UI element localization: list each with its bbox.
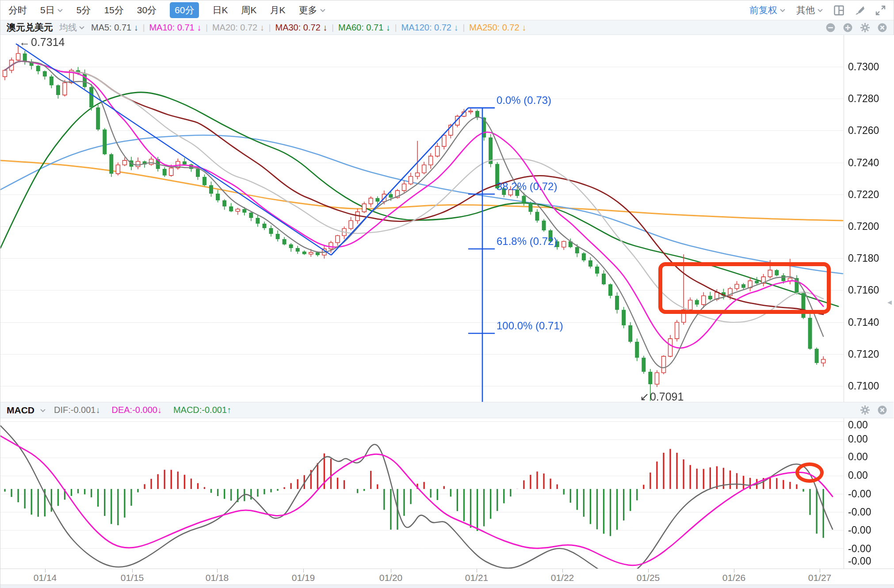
low-price-value: 0.7091: [650, 390, 684, 403]
zoom-out-icon[interactable]: [825, 23, 836, 33]
ma-legend-ma20: MA20: 0.72 ↓: [212, 23, 264, 33]
price-axis-label: 0.7100: [848, 380, 879, 392]
annotation-circle: [795, 462, 824, 483]
annotation-low-price: ↙0.7091: [640, 390, 684, 403]
date-label: 01/20: [371, 573, 411, 583]
price-axis-label: 0.7180: [848, 252, 879, 264]
date-tick: [391, 569, 391, 573]
brush-icon[interactable]: [855, 5, 865, 15]
ma-legend-ma10: MA10: 0.71 ↓: [149, 23, 201, 33]
macd-axis-label: -0.00: [848, 488, 871, 500]
price-axis-label: 0.7140: [848, 317, 879, 328]
macd-legend-macd: MACD:-0.001↑: [173, 405, 231, 415]
ma-group-label: 均线: [59, 22, 77, 34]
axis-collapse-arrow[interactable]: ◀: [887, 299, 892, 305]
ma-group-dropdown[interactable]: 均线: [59, 22, 85, 34]
separator: |: [395, 23, 397, 32]
chevron-down-icon[interactable]: [40, 408, 46, 412]
date-label: 01/21: [457, 573, 497, 583]
price-axis-label: 0.7260: [848, 125, 879, 137]
tab-5日[interactable]: 5日: [40, 4, 63, 16]
price-axis-label: 0.7280: [848, 93, 879, 105]
toolbar: 分时5日5分15分30分60分日K周K月K更多 前复权其他: [0, 0, 894, 20]
macd-axis-label: 0.00: [848, 451, 868, 463]
ma-legend-ma60: MA60: 0.71 ↓: [338, 23, 390, 33]
time-axis[interactable]: 01/1401/1501/1801/1901/2001/2101/2201/25…: [0, 569, 894, 585]
chart-application: 分时5日5分15分30分60分日K周K月K更多 前复权其他 澳元兑美元 均线 M…: [0, 0, 894, 588]
fib-level-label: 38.2% (0.72): [497, 180, 557, 193]
ma-legend-ma30: MA30: 0.72 ↓: [275, 23, 327, 33]
ma-legend-ma250: MA250: 0.72 ↓: [469, 23, 526, 33]
date-tick: [217, 569, 218, 573]
date-label: 01/22: [543, 573, 582, 583]
price-axis-label: 0.7160: [848, 284, 879, 296]
gear-icon[interactable]: [860, 23, 870, 33]
tab-5分[interactable]: 5分: [76, 4, 91, 16]
separator: |: [269, 23, 271, 32]
layout-grid-icon[interactable]: [834, 5, 844, 15]
tab-周K[interactable]: 周K: [241, 4, 256, 16]
price-axis-label: 0.7220: [848, 189, 879, 201]
tab-30分[interactable]: 30分: [137, 4, 157, 16]
dropdown-前复权[interactable]: 前复权: [749, 4, 786, 16]
annotation-rectangle: [658, 262, 831, 314]
date-tick: [477, 569, 477, 573]
date-label: 01/18: [197, 573, 237, 583]
toolbar-right: 前复权其他: [749, 4, 886, 16]
date-label: 01/19: [283, 573, 323, 583]
tab-分时[interactable]: 分时: [8, 4, 27, 16]
price-axis-label: 0.7240: [848, 157, 879, 169]
date-tick: [734, 569, 734, 573]
macd-axis-label: -0.00: [848, 506, 871, 518]
gear-icon[interactable]: [860, 405, 870, 415]
date-tick: [562, 569, 563, 573]
date-label: 01/15: [112, 573, 152, 583]
expand-icon[interactable]: [875, 5, 886, 15]
ma-legend-ma120: MA120: 0.72 ↓: [401, 23, 458, 33]
close-icon[interactable]: [877, 23, 887, 33]
arrow-left-icon: ←: [19, 36, 30, 48]
separator: |: [143, 23, 145, 32]
price-axis-label: 0.7120: [848, 348, 879, 360]
tab-15分[interactable]: 15分: [104, 4, 123, 16]
separator: |: [463, 23, 465, 32]
price-axis-label: 0.7300: [848, 61, 879, 73]
symbol-name: 澳元兑美元: [7, 21, 53, 34]
date-label: 01/27: [800, 573, 840, 583]
macd-legend-dea: DEA:-0.000↓: [111, 405, 161, 415]
footer-strip: [0, 585, 894, 588]
macd-axis-label: -0.00: [848, 524, 871, 536]
symbol-bar: 澳元兑美元 均线 MA5: 0.71 ↓|MA10: 0.71 ↓|MA20: …: [0, 20, 894, 35]
macd-legend-dif: DIF:-0.001↓: [54, 405, 100, 415]
fib-level-label: 61.8% (0.72): [497, 235, 557, 248]
fib-level-label: 0.0% (0.73): [497, 94, 551, 107]
date-tick: [45, 569, 46, 573]
symbol-bar-icons: [825, 23, 887, 33]
fib-level-label: 100.0% (0.71): [497, 320, 563, 332]
price-axis-label: 0.7200: [848, 221, 879, 233]
chevron-down-icon: [79, 25, 85, 30]
tab-日K[interactable]: 日K: [212, 4, 228, 16]
tab-更多[interactable]: 更多: [299, 4, 326, 16]
macd-axis-label: -0.00: [848, 555, 871, 567]
macd-title[interactable]: MACD: [7, 405, 34, 416]
arrow-down-left-icon: ↙: [640, 390, 649, 403]
macd-header: MACD DIF:-0.001↓DEA:-0.000↓MACD:-0.001↑: [0, 402, 894, 418]
separator: |: [206, 23, 208, 32]
macd-axis-label: 0.00: [848, 433, 868, 445]
date-tick: [820, 569, 820, 573]
macd-legend: DIF:-0.001↓DEA:-0.000↓MACD:-0.001↑: [54, 405, 231, 415]
ma-legend: MA5: 0.71 ↓|MA10: 0.71 ↓|MA20: 0.72 ↓|MA…: [91, 23, 526, 33]
macd-header-icons: [860, 405, 887, 415]
tab-月K[interactable]: 月K: [270, 4, 285, 16]
close-icon[interactable]: [877, 405, 887, 415]
dropdown-其他[interactable]: 其他: [796, 4, 823, 16]
separator: |: [332, 23, 334, 32]
date-tick: [132, 569, 133, 573]
interval-tabs: 分时5日5分15分30分60分日K周K月K更多: [8, 2, 326, 18]
tab-60分[interactable]: 60分: [170, 2, 199, 18]
zoom-in-icon[interactable]: [843, 23, 853, 33]
high-price-value: 0.7314: [31, 36, 65, 48]
macd-axis-label: -0.00: [848, 543, 871, 555]
date-tick: [648, 569, 649, 573]
